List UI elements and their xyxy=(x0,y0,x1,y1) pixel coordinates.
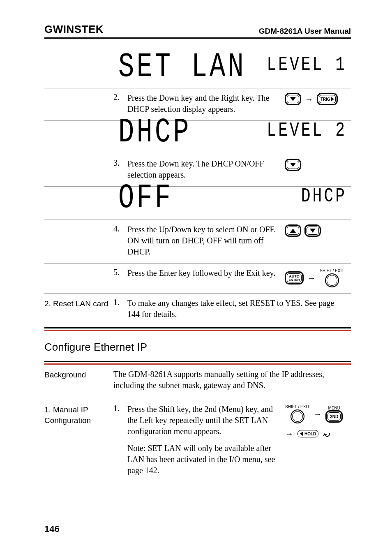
step-number: 1. xyxy=(113,298,127,307)
arrow-right-icon: → xyxy=(307,274,316,282)
arrow-right-icon: → xyxy=(285,430,293,438)
background-label: Background xyxy=(44,369,113,391)
up-key-icon xyxy=(285,225,301,236)
page-number: 146 xyxy=(44,524,60,534)
hold-key-icon: HOLD xyxy=(297,430,318,437)
section-divider xyxy=(44,327,351,328)
down-key-icon xyxy=(305,225,321,236)
step-text: Press the Up/Down key to select ON or OF… xyxy=(127,224,285,257)
arrow-right-icon: → xyxy=(305,95,313,103)
step-5: 5. Press the Enter key followed by the E… xyxy=(44,264,351,294)
step-4: 4. Press the Up/Down key to select ON or… xyxy=(44,220,351,264)
page-header: GWINSTEK GDM-8261A User Manual xyxy=(44,23,351,39)
down-key-icon xyxy=(285,93,301,105)
section-heading: Configure Ethernet IP xyxy=(44,328,351,357)
down-key-icon xyxy=(285,159,301,171)
step-text: To make any changes take effect, set RES… xyxy=(127,298,351,320)
lcd-big-text: DHCP xyxy=(118,116,191,150)
reset-lan-row: 2. Reset LAN card 1. To make any changes… xyxy=(44,294,351,323)
step-2: 2. Press the Down key and the Right key.… xyxy=(44,88,351,121)
brand-logo: GWINSTEK xyxy=(44,23,104,36)
auto-enter-key-icon: AUTO ENTER xyxy=(285,272,303,284)
lcd-set-lan: SET LAN LEVEL 1 xyxy=(44,55,351,88)
step-text: Press the Enter key followed by the Exit… xyxy=(127,268,285,279)
reset-lan-label: 2. Reset LAN card xyxy=(44,298,113,309)
lcd-small-text: LEVEL 2 xyxy=(267,121,351,150)
manual-ip-label: 1. Manual IP Configuration xyxy=(44,404,113,426)
shift-exit-key-icon: SHIFT / EXIT xyxy=(285,405,309,423)
lcd-big-text: SET LAN xyxy=(118,50,246,84)
lcd-small-text: LEVEL 1 xyxy=(267,55,351,84)
step-number: 4. xyxy=(113,224,127,234)
arrow-right-icon: → xyxy=(314,410,322,418)
background-row: Background The GDM-8261A supports manual… xyxy=(44,362,351,397)
lcd-big-text: OFF xyxy=(118,181,173,215)
step-number: 3. xyxy=(113,158,127,168)
background-text: The GDM-8261A supports manually setting … xyxy=(113,369,351,391)
lcd-off: OFF DHCP xyxy=(44,187,351,220)
repeat-arrow-icon: ↶ xyxy=(321,428,332,440)
step-text: Press the Shift key, the 2nd (Menu) key,… xyxy=(127,404,285,476)
trig-key-icon: TRIG xyxy=(317,93,337,105)
shift-exit-key-icon: SHIFT / EXIT xyxy=(320,268,344,287)
menu-2nd-key-icon: MENU 2ND xyxy=(326,406,342,422)
manual-ip-row: 1. Manual IP Configuration 1. Press the … xyxy=(44,397,351,482)
step-number: 5. xyxy=(113,268,127,277)
step-text: Press the Down key and the Right key. Th… xyxy=(127,92,285,115)
section-divider xyxy=(44,361,351,362)
lcd-small-text: DHCP xyxy=(301,187,351,215)
lcd-dhcp: DHCP LEVEL 2 xyxy=(44,121,351,154)
step-text: Press the Down key. The DHCP ON/OFF sele… xyxy=(127,158,285,180)
step-number: 1. xyxy=(113,404,127,413)
step-3: 3. Press the Down key. The DHCP ON/OFF s… xyxy=(44,154,351,187)
manual-title: GDM-8261A User Manual xyxy=(259,27,351,36)
step-number: 2. xyxy=(113,92,127,102)
